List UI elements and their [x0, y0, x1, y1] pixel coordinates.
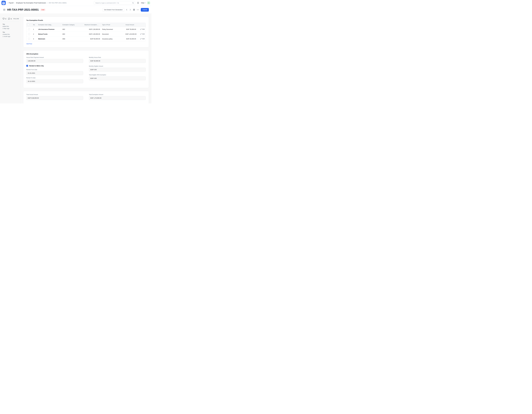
navbar-right: Help A	[94, 1, 150, 5]
checkbox-checked-icon[interactable]	[26, 65, 28, 67]
cell-type-of-proof[interactable]: Insurance policy	[101, 37, 124, 41]
edit-row-button[interactable]: Edit	[140, 28, 145, 30]
edit-row-button[interactable]: Edit	[140, 33, 145, 35]
like-button[interactable]: 0	[2, 18, 6, 20]
activity-actor[interactable]: You	[2, 31, 5, 33]
cell-sub-category[interactable]: Mutual Funds	[37, 32, 61, 37]
field-label: Rented To Date	[26, 77, 83, 79]
house-rent-payment-amount-field: House Rent Payment Amount 3,60,000.00	[26, 57, 83, 63]
table-header-row: No. Exemption Sub Categ... Exemption Cat…	[26, 23, 146, 27]
column-header-max-exemption: Maximum Exemption ...	[83, 23, 101, 27]
monthly-house-rent-input[interactable]: EGP 30,000.00	[89, 59, 146, 63]
table-row[interactable]: 1 Life Insurance Premium 80C EGP 1,50,00…	[26, 27, 146, 32]
monthly-eligible-amount-field: Monthly Eligible Amount EGP 0.00	[89, 66, 146, 72]
total-actual-amount-input[interactable]: EGP 5,56,000.00	[26, 96, 83, 100]
cell-actual-amount[interactable]: EGP 76,000.00	[124, 27, 137, 32]
column-header-actual-amount: Actual Amount	[124, 23, 137, 27]
table-row[interactable]: 3 Mediclaim 80D EGP 50,000.00 Insurance …	[26, 37, 146, 41]
header-actions: Get Details From Declaration Submit	[103, 8, 149, 12]
activity-time: 1 month ago	[2, 36, 10, 37]
total-actual-amount-field: Total Actual Amount EGP 5,56,000.00	[26, 94, 83, 100]
field-label: Total Eligible HRA Exemption	[89, 74, 146, 76]
pencil-icon	[140, 28, 142, 30]
content-area: 0 0 FOLLOW You edited this 2 days ago Yo…	[0, 14, 152, 104]
edit-label: Edit	[142, 38, 145, 39]
cell-actual-amount[interactable]: EGP 1,00,000.00	[124, 32, 137, 37]
cell-category[interactable]: 80C	[61, 27, 83, 32]
rented-from-date-input[interactable]: 01-01-2021	[26, 71, 83, 75]
cell-type-of-proof[interactable]: Policy Document	[101, 27, 124, 32]
breadcrumb-payroll[interactable]: Payroll	[9, 2, 13, 4]
pencil-icon	[140, 33, 142, 35]
page-header: HR-TAX-PRF-2021-00001 Draft Get Details …	[0, 6, 152, 14]
help-menu[interactable]: Help	[141, 2, 145, 4]
column-header-type-of-proof: Type of Proof	[101, 23, 124, 27]
follow-button[interactable]: FOLLOW	[13, 18, 19, 19]
select-all-checkbox[interactable]	[28, 24, 29, 26]
global-search[interactable]	[94, 1, 135, 5]
section-title: Tax Exemption Proofs	[26, 19, 146, 21]
cell-max-exemption[interactable]: EGP 1,50,000.00	[83, 27, 101, 32]
rented-in-metro-city-checkbox[interactable]: Rented in Metro City	[26, 65, 83, 67]
row-checkbox[interactable]	[28, 33, 30, 35]
cell-category[interactable]: 80C	[61, 32, 83, 37]
activity-edited: You edited this 2 days ago	[2, 23, 19, 29]
add-row-button[interactable]: Add Row	[26, 43, 32, 45]
menu-hamburger-icon[interactable]	[3, 9, 5, 11]
edit-row-button[interactable]: Edit	[140, 38, 145, 39]
field-label: Total Actual Amount	[26, 94, 83, 95]
print-icon[interactable]	[133, 9, 135, 11]
house-rent-payment-amount-input[interactable]: 3,60,000.00	[26, 59, 83, 63]
hr-app-icon[interactable]	[1, 1, 6, 5]
next-document-button[interactable]	[129, 9, 131, 11]
activity-created: You created this 1 month ago	[2, 31, 19, 38]
cell-type-of-proof[interactable]: Document	[101, 32, 124, 37]
activity-actor[interactable]: You	[2, 23, 5, 25]
totals-section: Total Actual Amount EGP 5,56,000.00 Tota…	[23, 91, 149, 104]
comments-button[interactable]: 0	[8, 18, 12, 20]
row-checkbox[interactable]	[28, 28, 30, 30]
page-title: HR-TAX-PRF-2021-00001	[7, 8, 39, 11]
chevron-right-icon	[14, 2, 15, 3]
table-row[interactable]: 2 Mutual Funds 80C EGP 1,50,000.00 Docum…	[26, 32, 146, 37]
previous-document-button[interactable]	[125, 9, 128, 11]
rented-to-date-input[interactable]: 31-12-2021	[26, 79, 83, 83]
edit-label: Edit	[142, 28, 145, 30]
heart-icon	[2, 18, 5, 20]
chevron-right-icon	[47, 2, 48, 3]
top-navbar: Payroll Employee Tax Exemption Proof Sub…	[0, 0, 152, 6]
get-details-from-declaration-button[interactable]: Get Details From Declaration	[103, 8, 124, 12]
breadcrumb-doctype[interactable]: Employee Tax Exemption Proof Submission	[16, 2, 46, 4]
status-badge: Draft	[40, 9, 46, 11]
cell-sub-category[interactable]: Mediclaim	[37, 37, 61, 41]
rented-to-date-field: Rented To Date 31-12-2021	[26, 77, 83, 83]
field-label: Total Exemption Amount	[89, 94, 146, 95]
user-avatar[interactable]: A	[147, 1, 150, 4]
total-exemption-amount-field: Total Exemption Amount EGP 1,70,000.00	[89, 94, 146, 100]
row-index: 3	[32, 37, 37, 41]
total-eligible-hra-exemption-input[interactable]: EGP 0.00	[89, 76, 146, 80]
cell-actual-amount[interactable]: EGP 20,000.00	[124, 37, 137, 41]
more-options-ellipsis-icon[interactable]	[137, 9, 139, 10]
search-icon	[132, 2, 134, 4]
hra-exemption-section: HRA Exemption House Rent Payment Amount …	[23, 50, 149, 88]
total-exemption-amount-input[interactable]: EGP 1,70,000.00	[89, 96, 146, 100]
column-header-no: No.	[32, 23, 37, 27]
activity-action: created this	[2, 34, 10, 35]
pencil-icon	[140, 38, 142, 39]
notifications-bell-icon[interactable]	[137, 2, 139, 4]
activity-action: edited this	[2, 26, 9, 27]
tax-exemption-proofs-section: Tax Exemption Proofs No. Exemption Sub C…	[23, 17, 149, 47]
comment-count: 0	[11, 18, 12, 20]
cell-sub-category[interactable]: Life Insurance Premium	[37, 27, 61, 32]
search-input[interactable]	[95, 2, 132, 4]
cell-max-exemption[interactable]: EGP 50,000.00	[83, 37, 101, 41]
submit-button[interactable]: Submit	[141, 8, 149, 12]
cell-category[interactable]: 80D	[61, 37, 83, 41]
help-label: Help	[141, 2, 144, 4]
activity-time: 2 days ago	[2, 28, 9, 29]
cell-max-exemption[interactable]: EGP 1,50,000.00	[83, 32, 101, 37]
monthly-eligible-amount-input[interactable]: EGP 0.00	[89, 68, 146, 72]
row-checkbox[interactable]	[28, 38, 30, 40]
form-sidebar: 0 0 FOLLOW You edited this 2 days ago Yo…	[0, 14, 21, 104]
